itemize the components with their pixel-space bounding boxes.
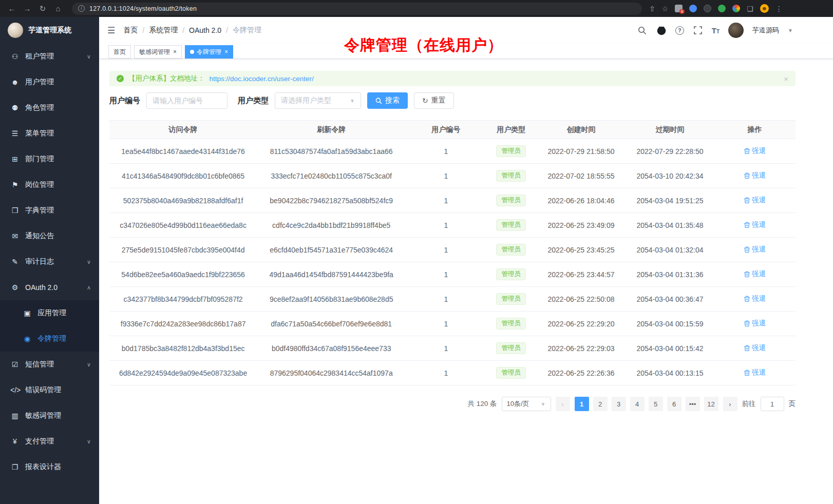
trash-icon (744, 345, 750, 352)
user-name[interactable]: 芋道源码 (752, 26, 779, 35)
access-token-cell: 54d6be82ee5a460a9aedc1f9bf223656 (109, 262, 257, 287)
page-button[interactable]: ••• (686, 397, 700, 411)
page-size-select[interactable]: 10条/页 ▼ (502, 397, 551, 411)
user-type-cell: 管理员 (486, 312, 536, 336)
breadcrumb-home[interactable]: 首页 (123, 26, 138, 35)
user-caret-down-icon[interactable]: ▼ (788, 28, 793, 33)
search-icon[interactable] (637, 25, 648, 35)
sidebar-item[interactable]: ¥ 支付管理 ∨ (0, 429, 99, 454)
alert-close-icon[interactable]: × (784, 74, 788, 83)
user-type-tag: 管理员 (496, 293, 526, 305)
user-id-cell: 1 (406, 164, 486, 188)
browser-menu-icon[interactable]: ⋮ (775, 5, 783, 13)
user-type-tag: 管理员 (496, 367, 526, 379)
dict-icon: ❒ (10, 206, 20, 215)
app-logo[interactable]: 芋道管理系统 (0, 17, 99, 44)
col-user-id: 用户编号 (406, 121, 486, 139)
sidebar-item-label: 岗位管理 (25, 180, 91, 189)
table-header-row: 访问令牌 刷新令牌 用户编号 用户类型 创建时间 过期时间 操作 (109, 121, 796, 139)
breadcrumb-system[interactable]: 系统管理 (149, 26, 178, 35)
bookmark-star-icon[interactable]: ☆ (662, 5, 669, 13)
goto-page-input[interactable] (761, 397, 784, 411)
force-logout-button[interactable]: 强退 (744, 343, 766, 353)
extension-dark-icon[interactable] (704, 5, 711, 12)
user-type-cell: 管理员 (486, 213, 536, 238)
force-logout-button[interactable]: 强退 (744, 171, 766, 180)
extension-grid-icon[interactable]: 6 (675, 5, 683, 12)
sidebar-item[interactable]: ⚙ OAuth 2.0 ∧ (0, 275, 99, 300)
reload-icon[interactable]: ↻ (36, 0, 49, 17)
force-logout-button[interactable]: 强退 (744, 294, 766, 303)
goto-label: 前往 (742, 399, 756, 409)
home-icon[interactable]: ⌂ (51, 0, 65, 17)
user-id-cell: 1 (406, 238, 486, 262)
force-logout-button[interactable]: 强退 (744, 319, 766, 328)
extension-blue-icon[interactable] (689, 5, 697, 12)
user-type-select[interactable]: 请选择用户类型 ▼ (275, 92, 361, 109)
address-bar[interactable]: i 127.0.0.1:1024/system/oauth2/token (72, 3, 642, 15)
access-token-cell: c347026e805e4d99b0d116eae66eda8c (109, 213, 257, 238)
page-button[interactable]: 2 (593, 397, 608, 411)
reset-button[interactable]: ↻ 重置 (414, 92, 454, 109)
page-button[interactable]: 5 (649, 397, 663, 411)
search-button[interactable]: 搜索 (367, 92, 408, 109)
extension-green-icon[interactable] (718, 5, 726, 12)
back-icon[interactable]: ← (5, 0, 18, 17)
user-avatar[interactable] (728, 23, 744, 38)
sidebar-item[interactable]: ⚑ 岗位管理 (0, 172, 99, 198)
sidebar-item[interactable]: ✎ 审计日志 ∨ (0, 249, 99, 275)
sidebar-item[interactable]: ☰ 菜单管理 (0, 121, 99, 146)
active-tab-dot (190, 50, 194, 54)
view-tab[interactable]: 首页 (108, 45, 131, 59)
sidebar-item[interactable]: ✉ 通知公告 (0, 223, 99, 249)
prev-page-button[interactable]: ‹ (556, 397, 570, 411)
select-chevron-down-icon: ▼ (541, 401, 546, 407)
share-icon[interactable]: ⇧ (649, 5, 655, 13)
sidebar-item[interactable]: ◉ 令牌管理 (0, 326, 99, 352)
page-button[interactable]: 4 (630, 397, 645, 411)
sidebar-item[interactable]: </> 错误码管理 (0, 377, 99, 403)
side-panel-icon[interactable]: ❏ (747, 5, 753, 13)
user-id-cell: 1 (406, 262, 486, 287)
sidebar-item[interactable]: ❐ 报表设计器 (0, 454, 99, 480)
sidebar-item[interactable]: ❒ 字典管理 (0, 198, 99, 223)
breadcrumb-oauth[interactable]: OAuth 2.0 (189, 26, 221, 34)
site-info-icon[interactable]: i (78, 5, 85, 12)
extensions-puzzle-icon[interactable] (732, 5, 740, 12)
sidebar-item[interactable]: ☑ 短信管理 ∨ (0, 352, 99, 377)
doc-link[interactable]: https://doc.iocoder.cn/user-center/ (210, 75, 314, 83)
user-id-input[interactable] (146, 92, 228, 109)
fullscreen-icon[interactable] (693, 25, 703, 35)
font-size-icon[interactable]: TT (712, 26, 720, 35)
sidebar-item[interactable]: ▣ 应用管理 (0, 300, 99, 326)
forward-icon[interactable]: → (21, 0, 34, 17)
tab-close-icon[interactable]: × (224, 48, 228, 55)
view-tab[interactable]: 令牌管理 × (185, 45, 233, 59)
table-row: b0d1785bc3a8482f812db4a3f3bd15ec b0df498… (109, 336, 796, 361)
force-logout-button[interactable]: 强退 (744, 368, 766, 377)
view-tab[interactable]: 敏感词管理 × (134, 45, 182, 59)
github-icon[interactable] (656, 25, 667, 35)
force-logout-button[interactable]: 强退 (744, 220, 766, 229)
force-logout-button[interactable]: 强退 (744, 146, 766, 156)
next-page-button[interactable]: › (723, 397, 737, 411)
page-button[interactable]: 6 (667, 397, 681, 411)
force-logout-button[interactable]: 强退 (744, 196, 766, 205)
tab-close-icon[interactable]: × (173, 48, 177, 55)
sidebar-item[interactable]: ▥ 敏感词管理 (0, 403, 99, 429)
force-logout-button[interactable]: 强退 (744, 245, 766, 254)
tab-label: 令牌管理 (197, 48, 221, 56)
sidebar-item[interactable]: ⊞ 部门管理 (0, 146, 99, 172)
page-button[interactable]: 12 (704, 397, 718, 411)
sidebar-item[interactable]: ☻ 用户管理 (0, 69, 99, 95)
force-logout-button[interactable]: 强退 (744, 269, 766, 279)
browser-profile-avatar[interactable]: ☻ (760, 4, 769, 13)
user-id-cell: 1 (406, 213, 486, 238)
page-button[interactable]: 3 (612, 397, 626, 411)
help-icon[interactable]: ? (675, 26, 684, 35)
page-button[interactable]: 1 (575, 397, 589, 411)
sidebar-item-label: 错误码管理 (25, 385, 91, 395)
sidebar-item[interactable]: ⚇ 租户管理 ∨ (0, 44, 99, 69)
sidebar-item[interactable]: ⚉ 角色管理 (0, 95, 99, 121)
collapse-sidebar-icon[interactable]: ☰ (107, 25, 115, 36)
